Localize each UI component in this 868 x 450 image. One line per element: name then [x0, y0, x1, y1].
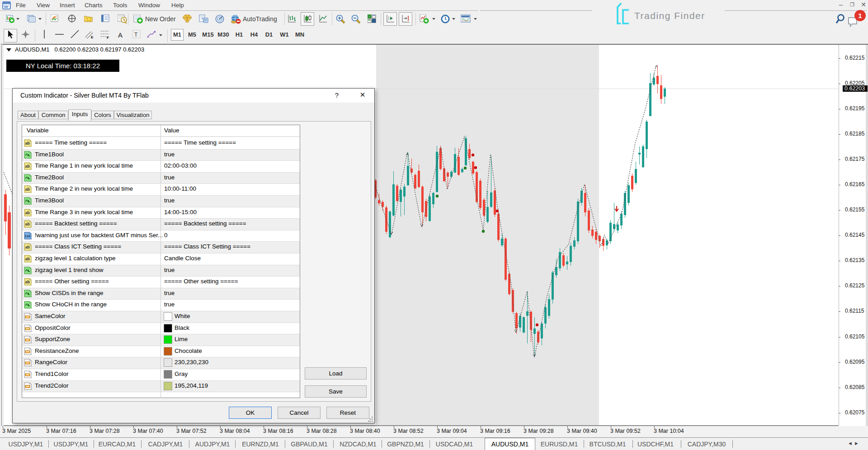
svg-text:ab: ab — [25, 245, 30, 249]
svg-text:ab: ab — [25, 187, 30, 192]
svg-text:T: T — [134, 32, 138, 38]
svg-text:ab: ab — [25, 257, 30, 261]
svg-text:ab: ab — [25, 211, 30, 215]
svg-text:ab: ab — [25, 280, 30, 284]
svg-text:E: E — [91, 35, 94, 39]
svg-text:ab: ab — [25, 164, 30, 169]
svg-text:ab: ab — [25, 222, 30, 226]
svg-text:ab: ab — [25, 141, 30, 145]
svg-text:123: 123 — [25, 234, 31, 238]
svg-text:F: F — [107, 36, 109, 39]
